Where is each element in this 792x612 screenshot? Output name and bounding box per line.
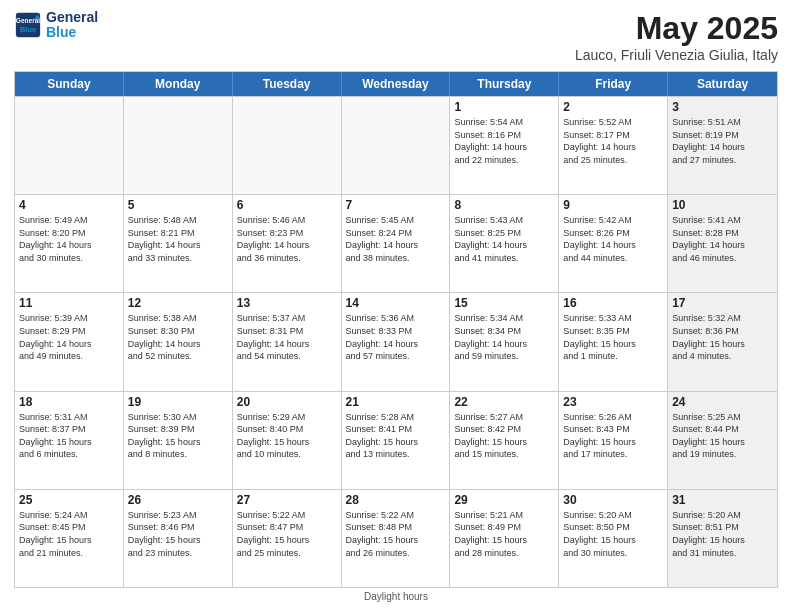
day-header-tuesday: Tuesday — [233, 72, 342, 96]
day-number: 3 — [672, 100, 773, 114]
cell-info: Sunrise: 5:39 AM Sunset: 8:29 PM Dayligh… — [19, 312, 119, 362]
day-number: 13 — [237, 296, 337, 310]
day-number: 30 — [563, 493, 663, 507]
day-number: 9 — [563, 198, 663, 212]
cell-info: Sunrise: 5:42 AM Sunset: 8:26 PM Dayligh… — [563, 214, 663, 264]
calendar-cell-8: 8Sunrise: 5:43 AM Sunset: 8:25 PM Daylig… — [450, 195, 559, 292]
calendar-cell-14: 14Sunrise: 5:36 AM Sunset: 8:33 PM Dayli… — [342, 293, 451, 390]
calendar-cell-15: 15Sunrise: 5:34 AM Sunset: 8:34 PM Dayli… — [450, 293, 559, 390]
cell-info: Sunrise: 5:54 AM Sunset: 8:16 PM Dayligh… — [454, 116, 554, 166]
calendar-cell-3: 3Sunrise: 5:51 AM Sunset: 8:19 PM Daylig… — [668, 97, 777, 194]
calendar-cell-4: 4Sunrise: 5:49 AM Sunset: 8:20 PM Daylig… — [15, 195, 124, 292]
day-number: 4 — [19, 198, 119, 212]
cell-info: Sunrise: 5:23 AM Sunset: 8:46 PM Dayligh… — [128, 509, 228, 559]
cell-info: Sunrise: 5:49 AM Sunset: 8:20 PM Dayligh… — [19, 214, 119, 264]
calendar-cell-6: 6Sunrise: 5:46 AM Sunset: 8:23 PM Daylig… — [233, 195, 342, 292]
calendar-cell-22: 22Sunrise: 5:27 AM Sunset: 8:42 PM Dayli… — [450, 392, 559, 489]
calendar-cell-19: 19Sunrise: 5:30 AM Sunset: 8:39 PM Dayli… — [124, 392, 233, 489]
location-subtitle: Lauco, Friuli Venezia Giulia, Italy — [575, 47, 778, 63]
cell-info: Sunrise: 5:29 AM Sunset: 8:40 PM Dayligh… — [237, 411, 337, 461]
day-number: 29 — [454, 493, 554, 507]
cell-info: Sunrise: 5:24 AM Sunset: 8:45 PM Dayligh… — [19, 509, 119, 559]
day-number: 31 — [672, 493, 773, 507]
day-number: 28 — [346, 493, 446, 507]
cell-info: Sunrise: 5:25 AM Sunset: 8:44 PM Dayligh… — [672, 411, 773, 461]
day-header-saturday: Saturday — [668, 72, 777, 96]
day-number: 19 — [128, 395, 228, 409]
cell-info: Sunrise: 5:32 AM Sunset: 8:36 PM Dayligh… — [672, 312, 773, 362]
cell-info: Sunrise: 5:34 AM Sunset: 8:34 PM Dayligh… — [454, 312, 554, 362]
cell-info: Sunrise: 5:28 AM Sunset: 8:41 PM Dayligh… — [346, 411, 446, 461]
calendar-cell-18: 18Sunrise: 5:31 AM Sunset: 8:37 PM Dayli… — [15, 392, 124, 489]
calendar-cell-9: 9Sunrise: 5:42 AM Sunset: 8:26 PM Daylig… — [559, 195, 668, 292]
calendar-cell-13: 13Sunrise: 5:37 AM Sunset: 8:31 PM Dayli… — [233, 293, 342, 390]
day-number: 17 — [672, 296, 773, 310]
calendar-row-4: 18Sunrise: 5:31 AM Sunset: 8:37 PM Dayli… — [15, 391, 777, 489]
calendar-cell-5: 5Sunrise: 5:48 AM Sunset: 8:21 PM Daylig… — [124, 195, 233, 292]
day-number: 25 — [19, 493, 119, 507]
calendar-cell-10: 10Sunrise: 5:41 AM Sunset: 8:28 PM Dayli… — [668, 195, 777, 292]
calendar-cell-25: 25Sunrise: 5:24 AM Sunset: 8:45 PM Dayli… — [15, 490, 124, 587]
day-header-wednesday: Wednesday — [342, 72, 451, 96]
cell-info: Sunrise: 5:20 AM Sunset: 8:50 PM Dayligh… — [563, 509, 663, 559]
day-number: 14 — [346, 296, 446, 310]
calendar-header: SundayMondayTuesdayWednesdayThursdayFrid… — [15, 72, 777, 96]
calendar-cell-empty — [342, 97, 451, 194]
cell-info: Sunrise: 5:27 AM Sunset: 8:42 PM Dayligh… — [454, 411, 554, 461]
calendar-cell-30: 30Sunrise: 5:20 AM Sunset: 8:50 PM Dayli… — [559, 490, 668, 587]
day-number: 7 — [346, 198, 446, 212]
calendar-cell-2: 2Sunrise: 5:52 AM Sunset: 8:17 PM Daylig… — [559, 97, 668, 194]
day-number: 18 — [19, 395, 119, 409]
calendar-body: 1Sunrise: 5:54 AM Sunset: 8:16 PM Daylig… — [15, 96, 777, 587]
cell-info: Sunrise: 5:30 AM Sunset: 8:39 PM Dayligh… — [128, 411, 228, 461]
day-header-monday: Monday — [124, 72, 233, 96]
cell-info: Sunrise: 5:46 AM Sunset: 8:23 PM Dayligh… — [237, 214, 337, 264]
day-number: 2 — [563, 100, 663, 114]
calendar-row-2: 4Sunrise: 5:49 AM Sunset: 8:20 PM Daylig… — [15, 194, 777, 292]
calendar-cell-26: 26Sunrise: 5:23 AM Sunset: 8:46 PM Dayli… — [124, 490, 233, 587]
day-number: 8 — [454, 198, 554, 212]
day-number: 16 — [563, 296, 663, 310]
day-number: 10 — [672, 198, 773, 212]
logo-text-blue: Blue — [46, 25, 98, 40]
cell-info: Sunrise: 5:45 AM Sunset: 8:24 PM Dayligh… — [346, 214, 446, 264]
calendar-cell-23: 23Sunrise: 5:26 AM Sunset: 8:43 PM Dayli… — [559, 392, 668, 489]
logo-icon: General Blue — [14, 11, 42, 39]
calendar: SundayMondayTuesdayWednesdayThursdayFrid… — [14, 71, 778, 588]
logo: General Blue General Blue — [14, 10, 98, 41]
day-number: 5 — [128, 198, 228, 212]
calendar-cell-empty — [124, 97, 233, 194]
cell-info: Sunrise: 5:21 AM Sunset: 8:49 PM Dayligh… — [454, 509, 554, 559]
day-number: 26 — [128, 493, 228, 507]
day-number: 12 — [128, 296, 228, 310]
calendar-cell-16: 16Sunrise: 5:33 AM Sunset: 8:35 PM Dayli… — [559, 293, 668, 390]
cell-info: Sunrise: 5:51 AM Sunset: 8:19 PM Dayligh… — [672, 116, 773, 166]
calendar-cell-12: 12Sunrise: 5:38 AM Sunset: 8:30 PM Dayli… — [124, 293, 233, 390]
day-header-sunday: Sunday — [15, 72, 124, 96]
calendar-cell-29: 29Sunrise: 5:21 AM Sunset: 8:49 PM Dayli… — [450, 490, 559, 587]
cell-info: Sunrise: 5:20 AM Sunset: 8:51 PM Dayligh… — [672, 509, 773, 559]
calendar-cell-empty — [233, 97, 342, 194]
day-number: 23 — [563, 395, 663, 409]
day-header-thursday: Thursday — [450, 72, 559, 96]
logo-text-general: General — [46, 10, 98, 25]
cell-info: Sunrise: 5:36 AM Sunset: 8:33 PM Dayligh… — [346, 312, 446, 362]
day-number: 15 — [454, 296, 554, 310]
cell-info: Sunrise: 5:43 AM Sunset: 8:25 PM Dayligh… — [454, 214, 554, 264]
day-header-friday: Friday — [559, 72, 668, 96]
calendar-cell-11: 11Sunrise: 5:39 AM Sunset: 8:29 PM Dayli… — [15, 293, 124, 390]
calendar-cell-1: 1Sunrise: 5:54 AM Sunset: 8:16 PM Daylig… — [450, 97, 559, 194]
calendar-row-3: 11Sunrise: 5:39 AM Sunset: 8:29 PM Dayli… — [15, 292, 777, 390]
calendar-cell-21: 21Sunrise: 5:28 AM Sunset: 8:41 PM Dayli… — [342, 392, 451, 489]
svg-text:Blue: Blue — [20, 25, 36, 34]
cell-info: Sunrise: 5:52 AM Sunset: 8:17 PM Dayligh… — [563, 116, 663, 166]
calendar-cell-31: 31Sunrise: 5:20 AM Sunset: 8:51 PM Dayli… — [668, 490, 777, 587]
calendar-cell-28: 28Sunrise: 5:22 AM Sunset: 8:48 PM Dayli… — [342, 490, 451, 587]
cell-info: Sunrise: 5:38 AM Sunset: 8:30 PM Dayligh… — [128, 312, 228, 362]
day-number: 20 — [237, 395, 337, 409]
calendar-cell-empty — [15, 97, 124, 194]
cell-info: Sunrise: 5:41 AM Sunset: 8:28 PM Dayligh… — [672, 214, 773, 264]
calendar-row-5: 25Sunrise: 5:24 AM Sunset: 8:45 PM Dayli… — [15, 489, 777, 587]
cell-info: Sunrise: 5:22 AM Sunset: 8:47 PM Dayligh… — [237, 509, 337, 559]
title-block: May 2025 Lauco, Friuli Venezia Giulia, I… — [575, 10, 778, 63]
